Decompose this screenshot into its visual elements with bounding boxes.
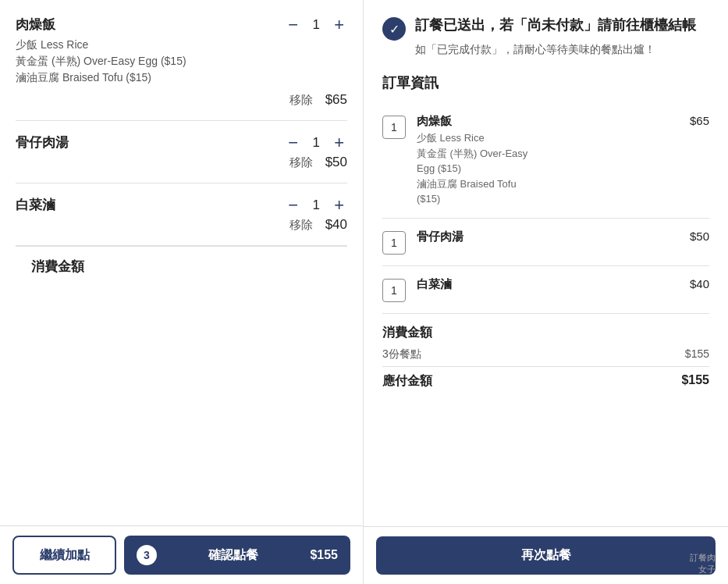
item-price-2: $50 (325, 155, 347, 170)
item-price-3: $40 (325, 217, 347, 233)
confirm-price: $155 (310, 548, 338, 562)
decrease-btn-3[interactable]: − (285, 197, 301, 214)
order-item-2: 骨仔肉湯 − 1 + 移除 $50 (16, 121, 347, 183)
item-detail-line-2: 黃金蛋 (半熟) Over-Easy Egg ($15) (16, 53, 347, 69)
item-detail-line-3: 滷油豆腐 Braised Tofu ($15) (16, 69, 347, 86)
increase-btn-3[interactable]: + (331, 197, 347, 214)
increase-btn-1[interactable]: + (331, 16, 347, 34)
right-order-item-3: 1 白菜滷 $40 (382, 266, 709, 314)
left-panel: 肉燥飯 − 1 + 少飯 Less Rice 黃金蛋 (半熟) Over-Eas… (0, 0, 364, 584)
continue-button[interactable]: 繼續加點 (12, 536, 116, 575)
right-item-name-2: 骨仔肉湯 (417, 230, 679, 244)
remove-btn-2[interactable]: 移除 (289, 155, 313, 170)
left-summary: 消費金額 (16, 246, 347, 276)
item-name-2: 骨仔肉湯 (16, 134, 69, 151)
cost-row-label-1: 3份餐點 (382, 347, 421, 361)
summary-title: 消費金額 (31, 258, 332, 276)
item-details-1: 少飯 Less Rice 黃金蛋 (半熟) Over-Easy Egg ($15… (16, 37, 347, 86)
order-item-1: 肉燥飯 − 1 + 少飯 Less Rice 黃金蛋 (半熟) Over-Eas… (16, 16, 347, 121)
confirm-button[interactable]: 3 確認點餐 $155 (124, 536, 350, 575)
item-footer-2: 移除 $50 (16, 155, 347, 170)
order-item-3: 白菜滷 − 1 + 移除 $40 (16, 183, 347, 246)
right-item-price-2: $50 (690, 230, 709, 243)
cost-total-label: 應付金額 (382, 373, 432, 390)
decrease-btn-2[interactable]: − (285, 134, 301, 151)
remove-btn-3[interactable]: 移除 (289, 218, 313, 233)
item-header-2: 骨仔肉湯 − 1 + (16, 134, 347, 151)
item-footer-1: 移除 $65 (16, 92, 347, 108)
item-footer-3: 移除 $40 (16, 217, 347, 233)
check-icon: ✓ (382, 17, 406, 41)
quantity-control-2: − 1 + (285, 134, 347, 151)
cost-row-1: 3份餐點 $155 (382, 347, 709, 361)
right-item-price-1: $65 (690, 114, 709, 127)
right-item-details-2: 骨仔肉湯 (417, 230, 679, 244)
cost-row-value-1: $155 (685, 347, 709, 361)
right-qty-box-3: 1 (382, 279, 406, 302)
right-item-mods-1: 少飯 Less Rice黃金蛋 (半熟) Over-EasyEgg ($15)滷… (417, 130, 679, 207)
right-item-price-3: $40 (690, 277, 709, 290)
cost-total-row: 應付金額 $155 (382, 366, 709, 390)
item-name-1: 肉燥飯 (16, 16, 55, 34)
item-price-1: $65 (325, 92, 347, 108)
right-item-details-1: 肉燥飯 少飯 Less Rice黃金蛋 (半熟) Over-EasyEgg ($… (417, 114, 679, 207)
right-panel: ✓ 訂餐已送出，若「尚未付款」請前往櫃檯結帳 如「已完成付款」，請耐心等待美味的… (364, 0, 728, 584)
item-header-3: 白菜滷 − 1 + (16, 196, 347, 214)
reorder-button[interactable]: 再次點餐 (376, 536, 716, 575)
confirm-label: 確認點餐 (165, 547, 302, 564)
item-name-3: 白菜滷 (16, 196, 55, 214)
cost-title: 消費金額 (382, 325, 709, 341)
item-header-1: 肉燥飯 − 1 + (16, 16, 347, 34)
qty-value-3: 1 (312, 198, 320, 213)
watermark: 訂餐肉女子 (690, 552, 716, 575)
quantity-control-1: − 1 + (285, 16, 347, 34)
remove-btn-1[interactable]: 移除 (289, 93, 313, 108)
confirm-badge: 3 (137, 545, 157, 565)
notice-main: 訂餐已送出，若「尚未付款」請前往櫃檯結帳 (415, 16, 696, 35)
right-item-details-3: 白菜滷 (417, 277, 679, 292)
right-item-name-3: 白菜滷 (417, 277, 679, 292)
order-list: 肉燥飯 − 1 + 少飯 Less Rice 黃金蛋 (半熟) Over-Eas… (0, 0, 363, 525)
increase-btn-2[interactable]: + (331, 134, 347, 151)
cost-total-value: $155 (681, 373, 709, 390)
qty-value-2: 1 (312, 135, 320, 151)
cost-section: 消費金額 3份餐點 $155 應付金額 $155 (382, 314, 709, 390)
left-bottom-bar: 繼續加點 3 確認點餐 $155 (0, 525, 363, 584)
right-bottom-bar: 再次點餐 訂餐肉女子 (364, 526, 728, 584)
right-item-name-1: 肉燥飯 (417, 114, 679, 129)
quantity-control-3: − 1 + (285, 197, 347, 214)
right-order-item-1: 1 肉燥飯 少飯 Less Rice黃金蛋 (半熟) Over-EasyEgg … (382, 103, 709, 219)
right-order-item-2: 1 骨仔肉湯 $50 (382, 219, 709, 266)
notice-box: ✓ 訂餐已送出，若「尚未付款」請前往櫃檯結帳 如「已完成付款」，請耐心等待美味的… (382, 16, 709, 58)
order-info-title: 訂單資訊 (382, 73, 709, 92)
right-qty-box-2: 1 (382, 231, 406, 255)
notice-text-area: 訂餐已送出，若「尚未付款」請前往櫃檯結帳 如「已完成付款」，請耐心等待美味的餐點… (415, 16, 696, 58)
decrease-btn-1[interactable]: − (285, 16, 301, 34)
right-content: ✓ 訂餐已送出，若「尚未付款」請前往櫃檯結帳 如「已完成付款」，請耐心等待美味的… (364, 0, 728, 526)
notice-sub: 如「已完成付款」，請耐心等待美味的餐點出爐！ (415, 41, 696, 58)
qty-value-1: 1 (312, 17, 320, 33)
item-detail-line-1: 少飯 Less Rice (16, 37, 347, 53)
right-qty-box-1: 1 (382, 116, 406, 139)
